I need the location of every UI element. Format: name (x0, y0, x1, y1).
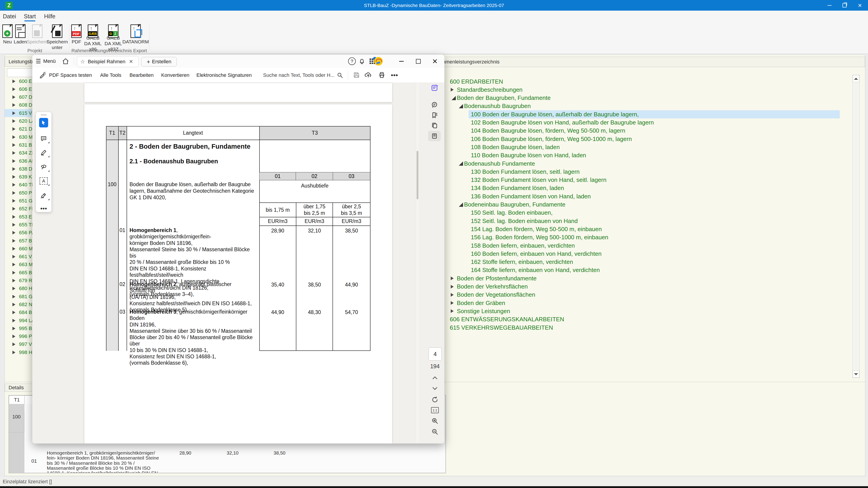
user-avatar[interactable] (374, 57, 383, 66)
tree-collapsed-icon (12, 183, 16, 187)
zoom-in-button[interactable] (429, 416, 441, 425)
tree-expanded-icon[interactable] (452, 96, 456, 100)
lasso-icon (40, 164, 47, 170)
toolbar-konvertieren[interactable]: Konvertieren (161, 68, 189, 83)
doc-position-line: lagern, Baumaßnahme der Geotechnischen K… (129, 188, 256, 194)
tree-expanded-icon[interactable] (459, 162, 463, 166)
details-langtext-line: Homogenbereich 1, grobkörniger/gemischtk… (47, 451, 161, 455)
doc-t1-column (106, 140, 118, 351)
create-label: Erstellen (152, 59, 171, 65)
pages-panel-button[interactable] (428, 121, 441, 130)
notifications-button[interactable] (357, 56, 367, 66)
actual-size-button[interactable]: 1:1 (429, 405, 441, 415)
page-thumbnails-button[interactable] (428, 131, 441, 141)
pdf-spaces-button[interactable]: PDF Spaces testen (39, 68, 92, 83)
details-sub-number[interactable]: 01 (24, 450, 44, 473)
tree-collapsed-icon[interactable] (451, 301, 454, 305)
zoom-in-icon (432, 418, 438, 424)
actual-size-icon: 1:1 (431, 407, 439, 413)
tree-collapsed-icon[interactable] (451, 285, 454, 289)
favorite-star-icon[interactable]: ☆ (80, 59, 85, 65)
toolbar-bearbeiten[interactable]: Bearbeiten (129, 68, 153, 83)
current-page-input[interactable]: 4 (429, 348, 442, 361)
menu-datei[interactable]: Datei (3, 11, 16, 22)
pdf-content-area: T1 T2 Langtext T3 2 - Boden der Baugrube… (32, 83, 444, 444)
select-tool-button[interactable] (39, 118, 48, 127)
pdf-minimize-button[interactable] (395, 55, 408, 68)
document-tab[interactable]: ☆ Beispiel Rahmen LV ... ✕ (77, 56, 139, 67)
spaces-panel-button[interactable] (428, 83, 441, 93)
bookmarks-panel-button[interactable] (428, 110, 441, 120)
rahmen-lv-item-label: Bodenaushub Fundamente (464, 160, 535, 167)
print-button[interactable] (377, 70, 387, 80)
scroll-down-button[interactable] (852, 370, 860, 378)
comment-icon (40, 135, 47, 142)
details-langtext-cell[interactable]: Homogenbereich 1, grobkörniger/gemischtk… (44, 450, 162, 473)
rahmen-lv-item-label: 150 Seitl. lag. Boden einbauen, (471, 209, 553, 216)
open-document-icon (15, 24, 26, 37)
active-menu-underline (24, 20, 35, 22)
lasso-tool-button[interactable] (39, 163, 48, 171)
more-tools-button[interactable]: ••• (39, 204, 48, 213)
rahmen-lv-item-label: 104 Boden Baugrube lösen, fördern, Weg 5… (471, 127, 625, 134)
document-scrollbar[interactable] (416, 83, 419, 443)
tree-collapsed-icon[interactable] (451, 276, 454, 280)
comments-panel-icon (431, 101, 438, 108)
help-button[interactable]: ? (347, 56, 357, 66)
cloud-upload-icon (365, 71, 372, 78)
rahmen-lv-item-label: Boden der Pfostenfundamente (457, 275, 537, 282)
export-gaeb-xml-x86-icon: ↑ GÆB (88, 24, 98, 34)
sign-pen-icon (40, 192, 47, 199)
palette-grip[interactable] (41, 114, 46, 116)
save-button[interactable] (351, 70, 362, 80)
scroll-up-button[interactable] (852, 75, 860, 82)
rahmen-lv-item-label: 106 Boden Baugrube lösen, fördern, Weg 5… (471, 135, 632, 142)
tree-collapsed-icon[interactable] (451, 293, 454, 297)
toolbar-e-signaturen[interactable]: Elektronische Signaturen (196, 68, 252, 83)
comment-tool-button[interactable] (39, 134, 48, 143)
sign-tool-button[interactable] (39, 191, 48, 200)
scroll-down-icon (854, 373, 858, 375)
details-langtext-line: fein- körniger Boden DIN 18196, Massenan… (47, 455, 161, 460)
tree-collapsed-icon (12, 79, 16, 83)
create-tab-button[interactable]: + Erstellen (141, 57, 177, 66)
leistungsbereich-label: 634 ZI (19, 150, 33, 156)
share-upload-button[interactable] (363, 70, 373, 80)
rahmen-lv-item-label: Standardbeschreibungen (457, 86, 523, 93)
home-button[interactable] (60, 55, 71, 68)
toolbar-alle-tools[interactable]: Alle Tools (100, 68, 121, 83)
tab-close-icon[interactable]: ✕ (129, 59, 133, 65)
pdf-maximize-button[interactable] (412, 55, 425, 68)
draw-tool-button[interactable] (39, 148, 48, 157)
document-scrollbar-thumb[interactable] (416, 151, 418, 199)
search-field[interactable]: Suche nach Text, Tools oder H... (263, 68, 343, 83)
details-cell (303, 450, 445, 473)
pdf-close-button[interactable]: ✕ (428, 55, 441, 68)
details-row-number[interactable]: 100 (9, 412, 24, 432)
rahmen-lv-scrollbar[interactable] (852, 75, 860, 378)
doc-header-langtext: Langtext (127, 126, 259, 140)
pdf-menu-button[interactable]: ☰ Menü (36, 55, 56, 68)
tree-collapsed-icon (12, 223, 16, 227)
document-tab-title: Beispiel Rahmen LV ... (88, 59, 127, 65)
comments-panel-button[interactable] (428, 100, 441, 109)
export-gaeb-xml-x83z-icon: ↑ G Z (108, 24, 119, 34)
minimize-button[interactable] (823, 0, 836, 11)
previous-page-button[interactable] (429, 374, 441, 382)
nested-depth-cell: über 2,5bis 3,5 m (333, 203, 370, 217)
text-box-tool-button[interactable]: A (39, 177, 48, 185)
tree-collapsed-icon[interactable] (451, 309, 454, 313)
close-button[interactable]: × (853, 0, 867, 11)
help-icon: ? (348, 57, 356, 65)
details-langtext-line: Massenanteil große Blöcke bis 10 % DIN E… (47, 466, 161, 470)
menu-hilfe[interactable]: Hilfe (43, 11, 56, 22)
restore-button[interactable] (838, 0, 851, 11)
tree-expanded-icon[interactable] (459, 104, 463, 108)
tree-collapsed-icon[interactable] (451, 88, 454, 92)
tree-expanded-icon[interactable] (459, 202, 463, 207)
zoom-out-button[interactable] (429, 427, 441, 436)
rahmen-lv-item-label: 136 Boden Fundament lösen von Hand, lade… (471, 193, 591, 200)
toolbar-more-button[interactable]: ••• (391, 68, 398, 83)
next-page-button[interactable] (429, 384, 441, 392)
rotate-page-button[interactable] (429, 395, 441, 404)
